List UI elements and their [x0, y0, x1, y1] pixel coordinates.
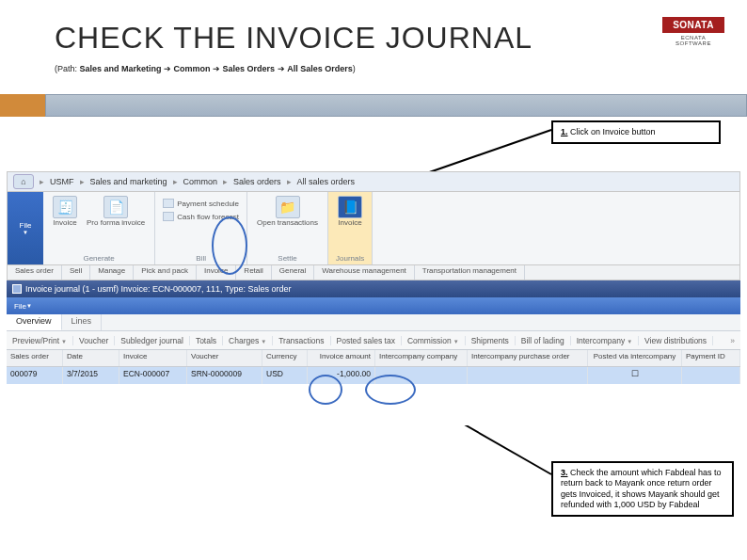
ribbon-tab[interactable]: Retail: [236, 265, 271, 280]
ribbon: File▼ 🧾Invoice 📄Pro forma invoice Genera…: [7, 192, 740, 265]
col-sales-order[interactable]: Sales order: [7, 350, 63, 366]
col-posted-via-intercompany[interactable]: Posted via intercompany: [588, 350, 682, 366]
toolbar-totals[interactable]: Totals: [190, 336, 223, 345]
toolbar-overflow[interactable]: »: [724, 336, 740, 345]
invoice-journal-button[interactable]: 📘Invoice: [336, 194, 364, 227]
ribbon-tab[interactable]: Sales order: [8, 265, 62, 280]
brand-logo: SONATA ECNATA SOFTWARE: [662, 17, 724, 46]
slide-title: CHECK THE INVOICE JOURNAL: [55, 21, 532, 56]
chevron-down-icon: ▼: [627, 339, 632, 344]
toolbar-preview-print[interactable]: Preview/Print▼: [7, 336, 73, 345]
callout-1: 1. Click on Invoice button: [551, 120, 721, 144]
calendar-icon: [163, 199, 174, 208]
chart-icon: [163, 212, 174, 221]
ribbon-group-bill: Payment schedule Cash flow forecast Bill: [155, 192, 247, 264]
cell-posted-via-intercompany: ☐: [588, 367, 682, 384]
ribbon-tab[interactable]: Warehouse management: [314, 265, 415, 280]
breadcrumb-item[interactable]: USMF: [50, 177, 74, 186]
callout-3: 3. Check the amount which Fabdeal has to…: [551, 461, 734, 517]
col-intercompany-po[interactable]: Intercompany purchase order: [468, 350, 588, 366]
brand-logo-text: SONATA: [662, 17, 724, 33]
proforma-invoice-button[interactable]: 📄Pro forma invoice: [85, 194, 147, 227]
chevron-down-icon: ▼: [261, 339, 266, 344]
payment-schedule-button[interactable]: Payment schedule: [163, 198, 239, 209]
ax-screenshot: ⌂ ▸USMF ▸Sales and marketing ▸Common ▸Sa…: [7, 171, 740, 425]
breadcrumb-item[interactable]: Common: [183, 177, 218, 186]
toolbar-intercompany[interactable]: Intercompany▼: [571, 336, 639, 345]
chevron-down-icon: ▼: [453, 339, 459, 344]
title-rule: [45, 94, 747, 117]
file-button[interactable]: File▼: [8, 192, 43, 264]
cash-flow-forecast-button[interactable]: Cash flow forecast: [163, 211, 239, 222]
open-transactions-button[interactable]: 📁Open transactions: [255, 194, 320, 227]
breadcrumb-bar: ⌂ ▸USMF ▸Sales and marketing ▸Common ▸Sa…: [7, 171, 740, 192]
breadcrumb-item[interactable]: Sales and marketing: [90, 177, 167, 186]
ribbon-group-journals: 📘Invoice Journals: [328, 192, 373, 264]
grid-toolbar: Preview/Print▼ Voucher Subledger journal…: [7, 331, 740, 350]
col-currency[interactable]: Currency: [262, 350, 308, 366]
toolbar-shipments[interactable]: Shipments: [466, 336, 516, 345]
toolbar-view-distributions[interactable]: View distributions: [639, 336, 713, 345]
ribbon-tab[interactable]: Transportation management: [415, 265, 525, 280]
window-icon: [12, 284, 22, 294]
ribbon-tabs: Sales order Sell Manage Pick and pack In…: [7, 265, 740, 280]
ribbon-group-settle: 📁Open transactions Settle: [247, 192, 328, 264]
chevron-down-icon: ▼: [61, 339, 67, 344]
window-file-button[interactable]: File ▼: [7, 297, 740, 314]
cell-invoice-amount: -1,000.00: [308, 367, 375, 384]
col-payment-id[interactable]: Payment ID: [682, 350, 740, 366]
grid-row[interactable]: 000079 3/7/2015 ECN-000007 SRN-0000009 U…: [7, 367, 740, 384]
subtabs: Overview Lines: [7, 314, 740, 331]
chevron-down-icon: ▼: [26, 303, 32, 309]
ribbon-tab[interactable]: Manage: [90, 265, 134, 280]
ribbon-tab[interactable]: General: [272, 265, 314, 280]
ribbon-tab[interactable]: Invoice: [197, 265, 236, 280]
cell-currency: USD: [262, 367, 308, 384]
col-invoice-amount[interactable]: Invoice amount: [308, 350, 375, 366]
col-date[interactable]: Date: [63, 350, 119, 366]
cell-payment-id: [682, 367, 740, 384]
breadcrumb-item[interactable]: All sales orders: [297, 177, 356, 186]
toolbar-transactions[interactable]: Transactions: [273, 336, 330, 345]
breadcrumb-item[interactable]: Sales orders: [233, 177, 281, 186]
cell-date: 3/7/2015: [63, 367, 119, 384]
toolbar-subledger[interactable]: Subledger journal: [115, 336, 190, 345]
ribbon-tab[interactable]: Pick and pack: [134, 265, 197, 280]
col-invoice[interactable]: Invoice: [119, 350, 187, 366]
cell-intercompany-po: [468, 367, 588, 384]
ribbon-group-generate: 🧾Invoice 📄Pro forma invoice Generate: [43, 192, 155, 264]
document-icon: 🧾: [53, 196, 77, 218]
nav-path: (Path: Sales and Marketing ➔ Common ➔ Sa…: [55, 64, 356, 73]
toolbar-voucher[interactable]: Voucher: [73, 336, 115, 345]
toolbar-bill-of-lading[interactable]: Bill of lading: [516, 336, 571, 345]
toolbar-charges[interactable]: Charges▼: [223, 336, 273, 345]
cell-sales-order: 000079: [7, 367, 63, 384]
tab-overview[interactable]: Overview: [7, 314, 62, 330]
cell-invoice: ECN-000007: [119, 367, 187, 384]
col-voucher[interactable]: Voucher: [187, 350, 262, 366]
ribbon-tab[interactable]: Sell: [62, 265, 90, 280]
folder-icon: 📁: [276, 196, 300, 218]
document-icon: 📄: [103, 196, 128, 218]
toolbar-commission[interactable]: Commission▼: [402, 336, 466, 345]
toolbar-posted-sales-tax[interactable]: Posted sales tax: [331, 336, 402, 345]
accent-block: [0, 94, 45, 117]
chevron-down-icon: ▼: [23, 230, 28, 235]
tab-lines[interactable]: Lines: [62, 314, 103, 330]
window-titlebar: Invoice journal (1 - usmf) Invoice: ECN-…: [7, 280, 740, 297]
cell-voucher: SRN-0000009: [187, 367, 262, 384]
home-icon[interactable]: ⌂: [13, 174, 34, 189]
col-intercompany-company[interactable]: Intercompany company: [375, 350, 468, 366]
journal-icon: 📘: [338, 196, 362, 218]
invoice-generate-button[interactable]: 🧾Invoice: [51, 194, 79, 227]
cell-intercompany-company: [375, 367, 468, 384]
grid-header: Sales order Date Invoice Voucher Currenc…: [7, 350, 740, 367]
